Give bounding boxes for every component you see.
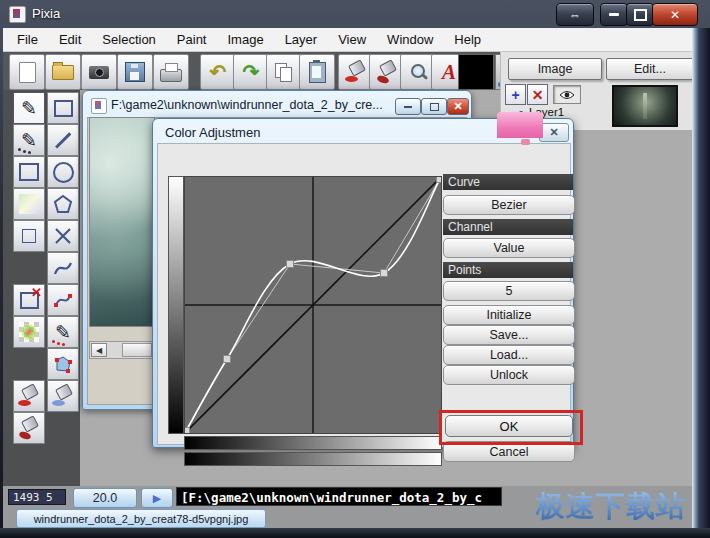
paste-icon — [309, 62, 326, 83]
maximize-button[interactable] — [626, 3, 654, 26]
redo-button[interactable]: ↷ — [233, 54, 269, 90]
airbrush-pen-tool[interactable]: ✎ — [13, 124, 45, 156]
menu-window[interactable]: Window — [387, 32, 433, 47]
water-fill-tool[interactable] — [47, 380, 79, 412]
blue-bucket-icon — [52, 385, 74, 407]
menu-image[interactable]: Image — [227, 32, 263, 47]
menu-view[interactable]: View — [338, 32, 366, 47]
new-file-button[interactable] — [9, 54, 45, 90]
window-bottom-border — [0, 528, 710, 538]
dialog-body: Curve Bezier Channel Value Points 5 Init… — [157, 143, 571, 445]
select-rect-tool[interactable] — [13, 220, 45, 252]
plus-icon: + — [511, 87, 519, 103]
channel-value-button[interactable]: Value — [443, 238, 575, 258]
initialize-button[interactable]: Initialize — [443, 305, 575, 325]
print-button[interactable] — [153, 54, 189, 90]
menu-file[interactable]: File — [17, 32, 38, 47]
line-tool[interactable] — [47, 124, 79, 156]
doc-close-button[interactable]: ✕ — [447, 98, 469, 115]
ok-highlight-box: OK — [439, 410, 583, 445]
curve-control-point[interactable] — [287, 261, 294, 268]
channel-section-label: Channel — [443, 219, 573, 235]
delete-layer-button[interactable]: ✕ — [527, 84, 548, 105]
image-panel-button[interactable]: Image — [508, 58, 602, 80]
unlock-button[interactable]: Unlock — [443, 365, 575, 385]
rectangle-tool[interactable] — [47, 92, 79, 124]
points-count-button[interactable]: 5 — [443, 281, 575, 301]
cross-line-tool[interactable] — [47, 220, 79, 252]
ok-button[interactable]: OK — [445, 415, 573, 437]
scroll-thumb[interactable] — [122, 343, 152, 357]
filled-path-tool[interactable] — [47, 348, 79, 380]
flip-icon: ⇔ — [569, 8, 581, 22]
doc-minimize-button[interactable] — [395, 98, 421, 115]
doc-maximize-button[interactable] — [421, 98, 447, 115]
curve-control-point[interactable] — [381, 270, 388, 277]
path-pen-tool[interactable]: ✎ — [47, 316, 79, 348]
horizontal-gradient-strip-1 — [184, 436, 442, 450]
deselect-tool[interactable]: ✕ — [13, 284, 45, 316]
gradient-tool[interactable] — [13, 188, 45, 220]
window-right-border — [692, 28, 710, 528]
curve-tool[interactable] — [47, 252, 79, 284]
save-button[interactable] — [117, 54, 153, 90]
curve-control-point[interactable] — [224, 356, 231, 363]
horizontal-scrollbar[interactable]: ◀ — [89, 341, 155, 359]
doc-maximize-icon — [430, 103, 439, 111]
open-folder-icon — [52, 65, 74, 80]
curve-editor[interactable] — [184, 176, 442, 434]
load-curve-button[interactable]: Load... — [443, 345, 575, 365]
bezier-curve-tool[interactable] — [47, 284, 79, 316]
paste-button[interactable] — [299, 54, 335, 90]
zoom-level-button[interactable]: 20.0 — [73, 488, 137, 508]
floppy-icon — [125, 62, 145, 82]
open-file-button[interactable] — [45, 54, 81, 90]
curve-icon — [53, 258, 73, 278]
minimize-button[interactable] — [600, 3, 628, 26]
menu-layer[interactable]: Layer — [285, 32, 318, 47]
layer-thumbnail[interactable] — [612, 85, 678, 127]
rainbow-checker-icon — [19, 322, 39, 342]
printer-icon — [160, 69, 182, 82]
edit-panel-button[interactable]: Edit... — [606, 58, 694, 80]
fill-curve-tool[interactable] — [13, 412, 45, 444]
curve-control-point[interactable] — [437, 177, 442, 183]
undo-button[interactable]: ↶ — [200, 54, 236, 90]
play-button[interactable]: ▶ — [141, 488, 173, 508]
save-curve-button[interactable]: Save... — [443, 325, 575, 345]
toolbar: ↶ ↷ A — [3, 52, 500, 90]
current-color-swatch[interactable] — [458, 54, 494, 90]
copy-button[interactable] — [266, 54, 302, 90]
close-button[interactable]: ✕ — [652, 3, 698, 26]
camera-icon — [89, 66, 109, 79]
polygon-tool[interactable] — [47, 188, 79, 220]
dialog-close-button[interactable]: ✕ — [539, 123, 569, 142]
menu-selection[interactable]: Selection — [102, 32, 155, 47]
menu-edit[interactable]: Edit — [59, 32, 81, 47]
add-layer-button[interactable]: + — [505, 84, 526, 105]
scroll-left-arrow[interactable]: ◀ — [91, 343, 107, 357]
color-adjustment-dialog: Color Adjustmen ✕ Curve Bezier Channel V… — [152, 118, 574, 448]
menu-help[interactable]: Help — [454, 32, 481, 47]
document-title: F:\game2\unknown\windrunner_dota_2_by_cr… — [111, 98, 386, 112]
ellipse-tool[interactable] — [47, 156, 79, 188]
rectangle-outline-tool[interactable] — [13, 156, 45, 188]
pen-tool[interactable]: ✎ — [13, 92, 45, 124]
flip-window-button[interactable]: ⇔ — [556, 3, 594, 26]
document-tab[interactable]: windrunner_dota_2_by_creat78-d5vpgnj.jpg — [16, 509, 266, 528]
curve-control-point[interactable] — [185, 428, 190, 434]
redo-icon: ↷ — [243, 62, 260, 82]
app-title: Pixia — [32, 6, 60, 21]
document-canvas[interactable] — [89, 117, 155, 327]
menu-paint[interactable]: Paint — [177, 32, 207, 47]
bezier-icon — [53, 290, 73, 310]
fill-tool[interactable] — [13, 380, 45, 412]
cross-icon — [53, 226, 73, 246]
new-file-icon — [19, 62, 36, 83]
tool-palette: ✎ ✎ ✕ ✎ — [3, 90, 80, 510]
layer-visibility-toggle[interactable] — [553, 85, 581, 104]
app-icon — [9, 6, 26, 23]
capture-button[interactable] — [81, 54, 117, 90]
transparent-color-tool[interactable] — [13, 316, 45, 348]
bezier-button[interactable]: Bezier — [443, 195, 575, 215]
